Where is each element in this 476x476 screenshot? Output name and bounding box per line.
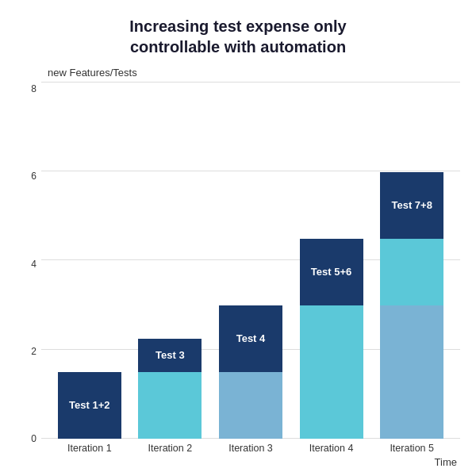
bar-segment-label: Test 3 <box>138 349 202 361</box>
x-axis-label: Iteration 5 <box>376 442 447 455</box>
bar-stack: Test 1+2 <box>58 372 121 439</box>
bar-segment-label: Test 1+2 <box>58 399 121 411</box>
bar-stack: Test 5+6 <box>300 239 363 439</box>
bar-segment <box>219 372 282 439</box>
chart-title: Increasing test expense only controllabl… <box>16 16 460 57</box>
y-tick: 6 <box>16 171 41 182</box>
bar-stack: Test 3 <box>138 339 202 439</box>
bar-group: Test 5+6 <box>296 239 367 439</box>
bar-segment: Test 3 <box>138 339 202 372</box>
bar-segment-label: Test 5+6 <box>300 266 363 278</box>
x-axis-label: Iteration 2 <box>134 442 205 455</box>
x-axis-label: Iteration 3 <box>215 442 286 455</box>
y-tick: 0 <box>16 433 41 444</box>
bar-stack: Test 4 <box>219 305 282 439</box>
bar-segment <box>138 372 202 439</box>
bar-segment: Test 1+2 <box>58 372 121 439</box>
bar-segment <box>380 239 443 305</box>
y-tick: 4 <box>16 259 41 270</box>
bar-group: Test 7+8 <box>376 172 447 439</box>
bar-segment: Test 4 <box>219 305 282 372</box>
x-labels: Iteration 1Iteration 2Iteration 3Iterati… <box>41 439 460 455</box>
bar-segment-label: Test 4 <box>219 332 282 344</box>
bar-stack: Test 7+8 <box>380 172 443 439</box>
y-axis: 02468 <box>16 82 41 468</box>
y-tick: 8 <box>16 83 41 94</box>
grid-and-bars: Test 1+2Test 3Test 4Test 5+6Test 7+8 <box>41 82 460 439</box>
time-label: Time <box>41 456 460 468</box>
bar-group: Test 3 <box>134 339 205 439</box>
y-tick: 2 <box>16 346 41 357</box>
x-axis-label: Iteration 4 <box>296 442 367 455</box>
chart-body: Test 1+2Test 3Test 4Test 5+6Test 7+8 Ite… <box>41 82 460 468</box>
bar-group: Test 1+2 <box>54 372 125 439</box>
x-axis-label: Iteration 1 <box>54 442 125 455</box>
bar-segment <box>300 305 363 439</box>
bar-segment-label: Test 7+8 <box>380 199 443 211</box>
bar-segment: Test 5+6 <box>300 239 363 305</box>
bar-segment <box>380 305 443 439</box>
chart-area: 02468 Test 1+2Test 3Test 4Test 5+6Test 7… <box>16 82 460 468</box>
bar-group: Test 4 <box>215 305 286 439</box>
bar-segment: Test 7+8 <box>380 172 443 239</box>
page-container: Increasing test expense only controllabl… <box>0 0 476 476</box>
bars-row: Test 1+2Test 3Test 4Test 5+6Test 7+8 <box>41 82 460 439</box>
y-axis-label: new Features/Tests <box>48 67 460 79</box>
